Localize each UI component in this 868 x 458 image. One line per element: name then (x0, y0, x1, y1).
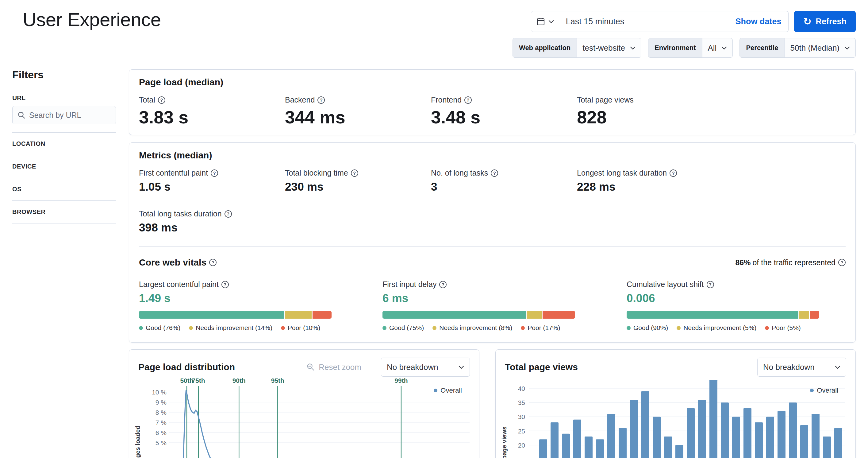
info-icon[interactable]: ? (491, 169, 498, 177)
vital-fid: First input delay? 6 ms Good (75%) Needs… (382, 280, 627, 332)
legend-good: Good (90%) (627, 324, 668, 332)
refresh-label: Refresh (815, 17, 846, 26)
svg-text:5 %: 5 % (155, 439, 166, 446)
info-icon[interactable]: ? (707, 281, 714, 288)
total-page-views-title: Total page views (505, 362, 757, 372)
metric-value: 828 (577, 107, 846, 127)
info-icon[interactable]: ? (351, 169, 358, 177)
sidebar-item-location[interactable]: LOCATION (12, 133, 116, 155)
refresh-button[interactable]: ↻ Refresh (794, 11, 856, 32)
sidebar-item-os[interactable]: OS (12, 178, 116, 201)
vital-value: 0.006 (627, 292, 846, 305)
metric-value: 398 ms (139, 221, 285, 234)
metric-label: First contentful paint (139, 169, 208, 177)
metric-value: 230 ms (285, 180, 431, 193)
divider (139, 247, 846, 247)
metric-value: 3 (431, 180, 577, 193)
info-icon[interactable]: ? (224, 210, 232, 218)
chevron-down-icon (721, 46, 727, 50)
metric-label: No. of long tasks (431, 169, 488, 177)
percentile-select[interactable]: Percentile 50th (Median) (740, 38, 856, 58)
vital-label: Cumulative layout shift (627, 280, 704, 289)
total-page-views-chart[interactable]: 4035302520 (505, 378, 847, 458)
vital-label: Largest contentful paint (139, 280, 219, 289)
info-icon[interactable]: ? (670, 169, 677, 177)
chart-legend[interactable]: Overall (810, 387, 838, 395)
y-axis-label: No. of page views (498, 387, 510, 458)
url-filter-label: URL (12, 94, 116, 102)
svg-text:95th: 95th (271, 378, 284, 384)
breakdown-select[interactable]: No breakdown (381, 357, 470, 377)
breakdown-select[interactable]: No breakdown (757, 357, 846, 377)
legend-needs-improvement: Needs improvement (8%) (432, 324, 512, 332)
metric-label: Total long tasks duration (139, 209, 222, 218)
sidebar-item-device[interactable]: DEVICE (12, 155, 116, 178)
metric-fcp: First contentful paint? 1.05 s (139, 169, 285, 193)
chart-legend[interactable]: Overall (434, 387, 462, 395)
web-application-select[interactable]: Web application test-website (513, 38, 641, 58)
filters-sidebar: Filters URL LOCATION DEVICE OS BROWSER (12, 69, 116, 224)
sidebar-item-browser[interactable]: BROWSER (12, 201, 116, 224)
metric-longest-long-task: Longest long task duration? 228 ms (577, 169, 846, 193)
percentile-label: Percentile (740, 38, 784, 57)
metric-value: 3.48 s (431, 107, 577, 127)
reset-zoom-button[interactable]: Reset zoom (306, 363, 361, 372)
info-icon[interactable]: ? (211, 169, 218, 177)
legend-good: Good (75%) (382, 324, 424, 332)
page-load-distribution-panel: Page load distribution Reset zoom No bre… (129, 349, 479, 458)
page-load-distribution-chart[interactable]: 10 %9 %8 %7 %6 %5 %50th75th90th95th99th (138, 378, 470, 458)
info-icon[interactable]: ? (209, 259, 217, 266)
search-input[interactable] (29, 111, 111, 120)
metric-frontend: Frontend? 3.48 s (431, 95, 577, 127)
info-icon[interactable]: ? (464, 96, 472, 104)
metric-label: Total blocking time (285, 169, 348, 177)
environment-select[interactable]: Environment All (648, 38, 733, 58)
info-icon[interactable]: ? (439, 281, 446, 288)
svg-text:30: 30 (518, 413, 525, 420)
info-icon[interactable]: ? (221, 281, 229, 288)
global-filters-bar: Web application test-website Environment… (513, 38, 856, 58)
date-picker-toolbar: Last 15 minutes Show dates ↻ Refresh (531, 11, 856, 32)
svg-text:6 %: 6 % (155, 429, 166, 436)
legend-poor: Poor (10%) (281, 324, 320, 332)
svg-text:40: 40 (518, 385, 525, 392)
total-page-views-panel: Total page views No breakdown 4035302520… (495, 349, 856, 458)
chevron-down-icon (459, 366, 464, 369)
metric-total-long-tasks-duration: Total long tasks duration? 398 ms (139, 209, 285, 234)
vital-value: 6 ms (382, 292, 627, 305)
percentile-value: 50th (Median) (790, 43, 839, 53)
metrics-panel-title: Metrics (median) (139, 150, 846, 161)
page-load-panel-title: Page load (median) (139, 77, 846, 87)
metric-tbt: Total blocking time? 230 ms (285, 169, 431, 193)
metrics-panel: Metrics (median) First contentful paint?… (129, 142, 856, 343)
metric-value: 228 ms (577, 180, 846, 193)
legend-poor: Poor (5%) (765, 324, 801, 332)
legend-needs-improvement: Needs improvement (14%) (189, 324, 272, 332)
info-icon[interactable]: ? (158, 96, 165, 104)
page-load-distribution-title: Page load distribution (138, 362, 306, 372)
info-icon[interactable]: ? (317, 96, 325, 104)
web-application-label: Web application (513, 38, 577, 57)
metric-value: 344 ms (285, 107, 431, 127)
metric-label: Backend (285, 95, 315, 104)
info-icon[interactable]: ? (838, 259, 846, 266)
metric-backend: Backend? 344 ms (285, 95, 431, 127)
environment-value: All (708, 43, 717, 53)
refresh-icon: ↻ (803, 17, 812, 26)
metric-label: Total page views (577, 95, 634, 104)
core-web-vitals-title: Core web vitals ? (139, 257, 217, 268)
svg-text:9 %: 9 % (155, 399, 166, 406)
svg-text:10 %: 10 % (152, 389, 166, 396)
calendar-icon (536, 17, 545, 26)
time-range-value[interactable]: Last 15 minutes (559, 17, 729, 26)
svg-text:25: 25 (518, 428, 525, 435)
quick-select-button[interactable] (531, 11, 559, 32)
vital-label: First input delay (382, 280, 436, 289)
svg-text:7 %: 7 % (155, 419, 166, 426)
metric-label: Longest long task duration (577, 169, 667, 177)
show-dates-button[interactable]: Show dates (729, 17, 788, 26)
page-load-panel: Page load (median) Total? 3.83 s Backend… (129, 69, 856, 135)
svg-text:35: 35 (518, 399, 525, 406)
traffic-represented-note: 86% of the traffic represented ? (735, 258, 846, 267)
chevron-down-icon (844, 46, 850, 50)
